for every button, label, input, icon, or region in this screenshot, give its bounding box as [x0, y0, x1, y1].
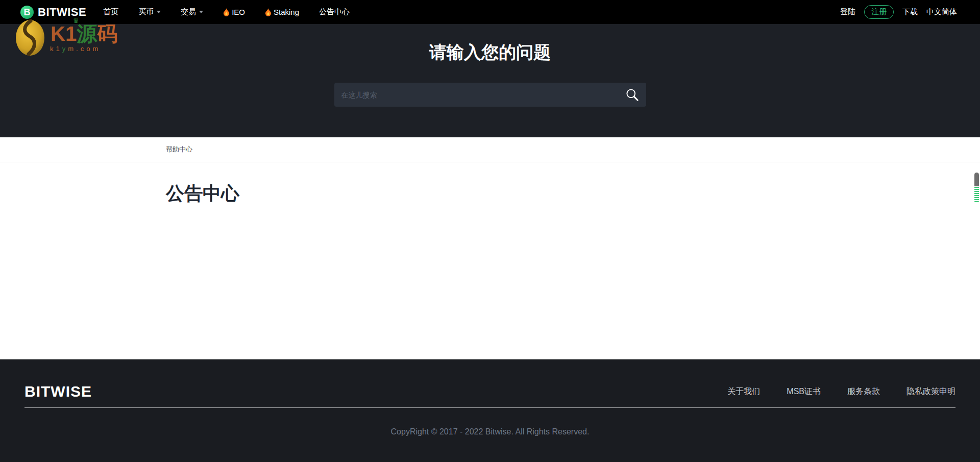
search-icon: [625, 88, 639, 102]
footer: BITWISE 关于我们 MSB证书 服务条款 隐私政策申明 CopyRight…: [0, 359, 980, 462]
navbar-right-group: 登陆 注册 下载 中文简体: [831, 5, 957, 19]
footer-top-row: BITWISE 关于我们 MSB证书 服务条款 隐私政策申明: [24, 359, 955, 403]
breadcrumb: 帮助中心: [0, 137, 980, 162]
hero-section: 请输入您的问题: [0, 24, 980, 137]
login-link[interactable]: 登陆: [840, 7, 855, 17]
footer-link-terms-of-service[interactable]: 服务条款: [847, 386, 880, 397]
register-button[interactable]: 注册: [864, 5, 894, 19]
footer-links: 关于我们 MSB证书 服务条款 隐私政策申明: [701, 386, 955, 397]
copyright-text: CopyRight © 2017 - 2022 Bitwise. All Rig…: [24, 427, 955, 436]
bitwise-logo-icon: B: [20, 6, 34, 19]
nav-item-ieo[interactable]: IEO: [223, 8, 245, 16]
footer-link-privacy-policy[interactable]: 隐私政策申明: [906, 386, 955, 397]
page-title: 公告中心: [166, 181, 980, 206]
hero-title: 请输入您的问题: [0, 24, 980, 64]
flame-icon: [223, 8, 230, 16]
download-link[interactable]: 下载: [902, 7, 918, 17]
nav-item-staking[interactable]: Staking: [265, 8, 299, 16]
footer-brand: BITWISE: [24, 383, 92, 400]
nav-item-announcements[interactable]: 公告中心: [319, 7, 350, 17]
nav-item-label: 首页: [103, 7, 118, 17]
chevron-down-icon: [157, 11, 161, 13]
language-selector[interactable]: 中文简体: [926, 7, 957, 17]
search-button[interactable]: [625, 88, 639, 102]
flame-icon: [265, 8, 272, 16]
nav-item-label: Staking: [274, 8, 299, 16]
chevron-down-icon: [199, 11, 203, 13]
nav-item-buy-coin[interactable]: 买币: [138, 7, 161, 17]
footer-divider: [24, 407, 955, 408]
nav-item-label: 交易: [181, 7, 196, 17]
search-bar: [334, 83, 646, 107]
main-menu: 首页 买币 交易 IEO Staking 公告中心: [103, 7, 370, 17]
footer-link-msb-certificate[interactable]: MSB证书: [787, 386, 821, 397]
nav-item-label: 买币: [138, 7, 154, 17]
nav-item-label: 公告中心: [319, 7, 350, 17]
nav-item-trade[interactable]: 交易: [181, 7, 203, 17]
nav-item-label: IEO: [232, 8, 245, 16]
brand-text: BITWISE: [38, 6, 86, 19]
brand-logo[interactable]: B BITWISE: [20, 6, 86, 19]
top-navbar: B BITWISE 首页 买币 交易 IEO Staking: [0, 0, 980, 24]
footer-link-about-us[interactable]: 关于我们: [727, 386, 760, 397]
search-input[interactable]: [334, 83, 646, 107]
breadcrumb-item-help-center[interactable]: 帮助中心: [166, 145, 192, 154]
main-content: 公告中心: [0, 162, 980, 359]
nav-item-home[interactable]: 首页: [103, 7, 118, 17]
scrollbar-thumb[interactable]: [974, 173, 979, 203]
